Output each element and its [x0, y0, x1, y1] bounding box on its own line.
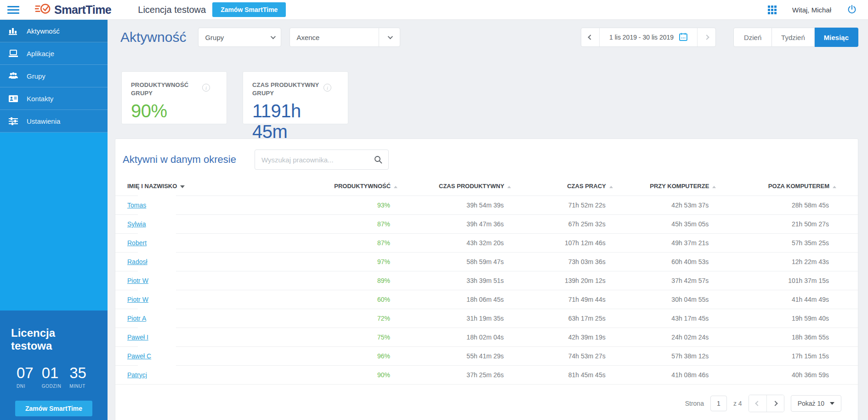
away-cell: 28h 58m 45s: [716, 196, 858, 215]
date-navigation: 1 lis 2019 - 30 lis 2019: [581, 28, 716, 47]
contact-card-icon: [0, 95, 27, 103]
at-computer-cell: 37h 42m 57s: [613, 271, 716, 290]
apps-grid-icon[interactable]: [768, 6, 777, 14]
employee-link[interactable]: Paweł C: [127, 352, 151, 360]
group-filter-value: Grupy: [205, 34, 224, 41]
hamburger-menu-icon[interactable]: [7, 6, 19, 14]
sort-icon: [609, 186, 613, 188]
column-header-productive-time[interactable]: CZAS PRODUKTYWNY: [397, 178, 511, 196]
search-icon[interactable]: [374, 155, 383, 166]
period-week-button[interactable]: Tydzień: [772, 28, 815, 47]
previous-page-button[interactable]: [749, 395, 766, 412]
productivity-cell: 75%: [308, 328, 397, 347]
at-computer-cell: 30h 04m 55s: [613, 290, 716, 309]
sort-icon: [394, 186, 397, 188]
next-page-button[interactable]: [766, 395, 784, 412]
sidebar-item-label: Grupy: [27, 72, 45, 80]
table-row: Sylwia 87% 39h 47m 36s 67h 25m 32s 45h 3…: [115, 215, 858, 234]
logout-power-icon[interactable]: [847, 5, 857, 15]
page-size-select[interactable]: Pokaż 10: [791, 395, 841, 412]
sidebar-item-label: Kontakty: [27, 95, 53, 103]
sidebar-spacer: [0, 132, 108, 311]
laptop-icon: [0, 49, 27, 58]
productive-time-cell: 31h 19m 35s: [397, 309, 511, 328]
table-row: Piotr W 60% 18h 06m 45s 71h 49m 44s 30h …: [115, 290, 858, 309]
sliders-icon: [0, 117, 27, 125]
productivity-cell: 87%: [308, 215, 397, 234]
info-icon[interactable]: i: [202, 84, 210, 92]
chevron-down-icon: [271, 34, 276, 39]
order-smarttime-sidebar-button[interactable]: Zamów SmartTime: [15, 401, 92, 416]
page-label: Strona: [685, 400, 704, 407]
sidebar-item-label: Ustawienia: [27, 117, 60, 125]
employee-link[interactable]: Piotr A: [127, 315, 146, 322]
chevron-down-icon: [388, 34, 393, 39]
countdown-hours: 01 GODZIN: [42, 364, 62, 389]
productivity-cell: 87%: [308, 234, 397, 253]
subgroup-filter-select[interactable]: Axence: [289, 28, 400, 47]
employee-link[interactable]: Radosł: [127, 258, 148, 265]
at-computer-cell: 45h 35m 05s: [613, 215, 716, 234]
countdown-days: 07 DNI: [17, 364, 34, 389]
productivity-cell: 90%: [308, 366, 397, 385]
pagination: Strona z 4 Pokaż 10: [115, 385, 858, 420]
at-computer-cell: 24h 02m 24s: [613, 328, 716, 347]
away-cell: 41h 44m 49s: [716, 290, 858, 309]
total-pages-label: z 4: [733, 400, 742, 407]
at-computer-cell: 60h 40m 53s: [613, 253, 716, 271]
group-productive-time-value: 1191h 45m: [252, 101, 340, 142]
search-input[interactable]: [255, 150, 389, 170]
chevron-right-icon: [772, 401, 777, 406]
sort-icon: [507, 186, 511, 188]
employee-link[interactable]: Tomas: [127, 201, 146, 209]
order-smarttime-topbar-button[interactable]: Zamów SmartTime: [212, 2, 286, 17]
work-time-cell: 71h 49m 44s: [511, 290, 613, 309]
productivity-cell: 97%: [308, 253, 397, 271]
productivity-cell: 96%: [308, 347, 397, 366]
employee-link[interactable]: Robert: [127, 239, 147, 247]
names-overlay-mask: [138, 191, 176, 380]
license-status-label: Licencja testowa: [138, 5, 206, 15]
employee-link[interactable]: Sylwia: [127, 220, 146, 228]
work-time-cell: 81h 45m 45s: [511, 366, 613, 385]
productivity-cell: 93%: [308, 196, 397, 215]
caret-down-icon: [830, 402, 834, 405]
group-filter-select[interactable]: Grupy: [198, 28, 281, 47]
productive-time-cell: 18h 02m 04s: [397, 328, 511, 347]
productive-time-cell: 55h 41m 29s: [397, 347, 511, 366]
sidebar-item-aplikacje[interactable]: Aplikacje: [0, 42, 108, 65]
work-time-cell: 71h 52m 22s: [511, 196, 613, 215]
page-number-input[interactable]: [710, 396, 727, 411]
active-employees-card: Aktywni w danym okresie: [115, 138, 858, 420]
smarttime-logo-icon: [35, 2, 51, 17]
away-cell: 57h 35m 25s: [716, 234, 858, 253]
employee-link[interactable]: Piotr W: [127, 296, 148, 303]
subgroup-filter-value: Axence: [296, 34, 319, 41]
sidebar-item-grupy[interactable]: Grupy: [0, 65, 108, 87]
sidebar-item-kontakty[interactable]: Kontakty: [0, 87, 108, 110]
at-computer-cell: 43h 17m 45s: [613, 309, 716, 328]
column-header-away[interactable]: POZA KOMPUTEREM: [716, 178, 858, 196]
column-header-work-time[interactable]: CZAS PRACY: [511, 178, 613, 196]
sidebar: Aktywność Aplikacje: [0, 20, 108, 420]
away-cell: 18h 36m 55s: [716, 328, 858, 347]
info-icon[interactable]: i: [323, 84, 331, 92]
employee-link[interactable]: Patrycj: [127, 371, 147, 379]
productivity-cell: 89%: [308, 271, 397, 290]
employee-link[interactable]: Paweł I: [127, 334, 148, 341]
column-header-productivity[interactable]: PRODUKTYWNOŚĆ: [308, 178, 397, 196]
date-range-picker[interactable]: 1 lis 2019 - 30 lis 2019: [600, 28, 697, 46]
user-greeting[interactable]: Witaj, Michał: [792, 6, 831, 14]
table-row: Piotr W 89% 33h 39m 51s 139h 20m 12s 37h…: [115, 271, 858, 290]
next-period-button[interactable]: [697, 28, 715, 46]
employee-link[interactable]: Piotr W: [127, 277, 148, 284]
sidebar-item-ustawienia[interactable]: Ustawienia: [0, 110, 108, 132]
period-month-button[interactable]: Miesiąc: [815, 28, 858, 47]
productivity-cell: 60%: [308, 290, 397, 309]
column-header-at-computer[interactable]: PRZY KOMPUTERZE: [613, 178, 716, 196]
app-logo[interactable]: SmartTime: [35, 2, 111, 17]
period-day-button[interactable]: Dzień: [733, 28, 772, 47]
group-productivity-value: 90%: [131, 101, 218, 121]
previous-period-button[interactable]: [581, 28, 600, 46]
sidebar-item-aktywnosc[interactable]: Aktywność: [0, 20, 108, 42]
